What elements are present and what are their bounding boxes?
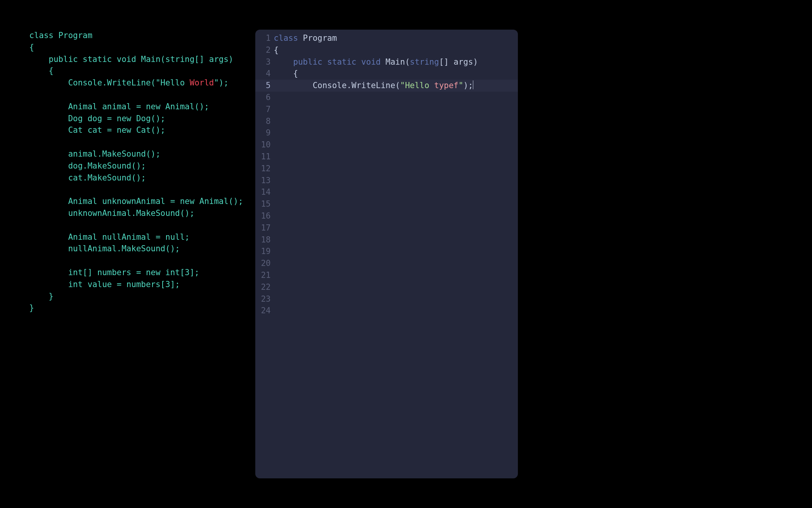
editor-line[interactable]: 11: [255, 151, 518, 163]
code-token: "Hello: [400, 81, 434, 90]
code-token: void: [361, 57, 381, 67]
line-content[interactable]: public static void Main(string[] args): [274, 56, 518, 68]
code-token: cat.MakeSound();: [29, 173, 146, 182]
code-token: Program: [298, 33, 337, 43]
editor-line[interactable]: 17: [255, 222, 518, 234]
line-number: 24: [255, 305, 274, 317]
code-line: int value = numbers[3];: [29, 279, 248, 291]
editor-line[interactable]: 16: [255, 210, 518, 222]
code-line: Cat cat = new Cat();: [29, 124, 248, 136]
line-content[interactable]: {: [274, 44, 518, 56]
code-token: ": [458, 81, 463, 90]
editor-line[interactable]: 15: [255, 198, 518, 210]
editor-line[interactable]: 24: [255, 305, 518, 317]
code-token: ");: [214, 78, 228, 87]
editor-line[interactable]: 3 public static void Main(string[] args): [255, 56, 518, 68]
code-token: [] args): [439, 57, 478, 67]
code-line: nullAnimal.MakeSound();: [29, 243, 248, 255]
code-line: Animal animal = new Animal();: [29, 101, 248, 113]
code-token: {: [274, 69, 298, 78]
code-token: [274, 57, 293, 67]
code-token: int value = numbers[3];: [29, 280, 180, 289]
code-token: }: [29, 303, 34, 312]
editor-line[interactable]: 18: [255, 234, 518, 246]
line-number: 10: [255, 139, 274, 151]
code-line: cat.MakeSound();: [29, 172, 248, 184]
code-token: class Program: [29, 31, 92, 40]
code-line: int[] numbers = new int[3];: [29, 267, 248, 279]
code-line: unknownAnimal.MakeSound();: [29, 207, 248, 219]
line-number: 23: [255, 293, 274, 305]
editor-line[interactable]: 8: [255, 115, 518, 127]
editor-line[interactable]: 9: [255, 127, 518, 139]
line-number: 5: [255, 80, 274, 92]
code-token: static: [327, 57, 356, 67]
line-number: 2: [255, 44, 274, 56]
editor-line[interactable]: 13: [255, 175, 518, 187]
code-token: int[] numbers = new int[3];: [29, 268, 200, 277]
code-line: {: [29, 65, 248, 77]
editor-line[interactable]: 1class Program: [255, 32, 518, 44]
line-number: 3: [255, 56, 274, 68]
code-line: class Program: [29, 30, 248, 42]
code-token: class: [274, 33, 298, 43]
code-token: public: [293, 57, 323, 67]
code-token: [356, 57, 361, 67]
line-number: 11: [255, 151, 274, 163]
line-content[interactable]: {: [274, 68, 518, 80]
code-token: Animal animal = new Animal();: [29, 102, 209, 111]
line-content[interactable]: Console.WriteLine("Hello typef");: [274, 80, 518, 92]
code-token: {: [29, 66, 53, 75]
line-number: 19: [255, 246, 274, 257]
editor-line[interactable]: 22: [255, 281, 518, 293]
code-line: dog.MakeSound();: [29, 160, 248, 172]
right-editor-pane[interactable]: 1class Program2{3 public static void Mai…: [255, 30, 518, 478]
editor-line[interactable]: 6: [255, 92, 518, 104]
line-number: 1: [255, 32, 274, 44]
code-line: {: [29, 42, 248, 53]
line-number: 18: [255, 234, 274, 246]
code-line: Dog dog = new Dog();: [29, 113, 248, 125]
code-token: string: [410, 57, 439, 67]
editor-line[interactable]: 19: [255, 246, 518, 257]
line-number: 8: [255, 115, 274, 127]
code-token: {: [274, 45, 279, 55]
editor-line[interactable]: 4 {: [255, 68, 518, 80]
editor-line[interactable]: 20: [255, 257, 518, 269]
line-number: 9: [255, 127, 274, 139]
code-token: {: [29, 43, 34, 52]
editor-line[interactable]: 5 Console.WriteLine("Hello typef");: [255, 80, 518, 92]
code-token: unknownAnimal.MakeSound();: [29, 209, 195, 218]
line-number: 12: [255, 163, 274, 175]
editor-line[interactable]: 14: [255, 186, 518, 198]
code-line: [29, 184, 248, 196]
code-line: Console.WriteLine("Hello World");: [29, 77, 248, 89]
line-number: 20: [255, 257, 274, 269]
code-line: [29, 219, 248, 231]
line-number: 15: [255, 198, 274, 210]
editor-line[interactable]: 10: [255, 139, 518, 151]
code-token: [322, 57, 327, 67]
code-line: Animal unknownAnimal = new Animal();: [29, 196, 248, 207]
code-token: animal.MakeSound();: [29, 149, 160, 159]
code-token: );: [463, 81, 473, 90]
code-token: Animal nullAnimal = null;: [29, 232, 190, 242]
code-token: Dog dog = new Dog();: [29, 114, 165, 123]
left-code-pane: class Program{ public static void Main(s…: [29, 30, 248, 478]
editor-line[interactable]: 21: [255, 269, 518, 281]
code-line: public static void Main(string[] args): [29, 53, 248, 65]
editor-line[interactable]: 2{: [255, 44, 518, 56]
code-line: }: [29, 291, 248, 302]
line-number: 17: [255, 222, 274, 234]
line-number: 13: [255, 175, 274, 187]
code-line: [29, 255, 248, 267]
code-token: Console.WriteLine("Hello: [29, 78, 190, 87]
editor-line[interactable]: 23: [255, 293, 518, 305]
editor-line[interactable]: 7: [255, 104, 518, 115]
code-line: animal.MakeSound();: [29, 148, 248, 160]
line-content[interactable]: class Program: [274, 32, 518, 44]
editor-line[interactable]: 12: [255, 163, 518, 175]
code-token: typef: [434, 81, 458, 90]
line-number: 6: [255, 92, 274, 104]
line-number: 7: [255, 104, 274, 115]
